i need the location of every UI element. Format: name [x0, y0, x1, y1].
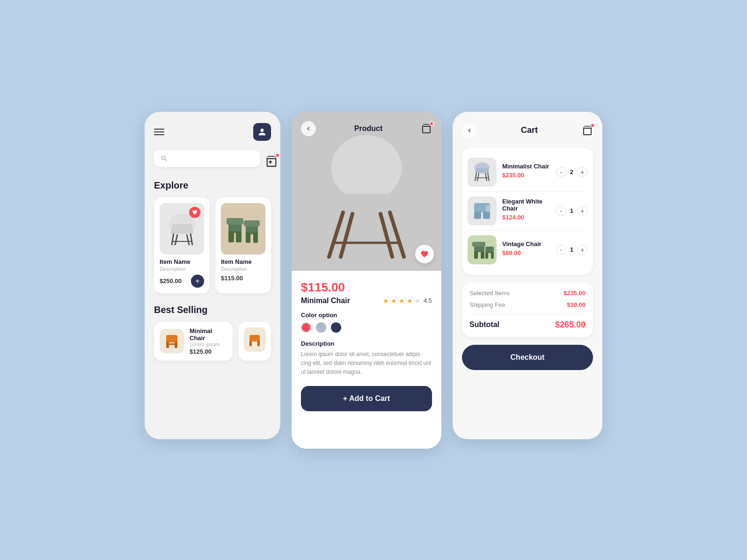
- svg-rect-18: [249, 335, 260, 342]
- qty-plus-3[interactable]: +: [577, 245, 587, 255]
- product-desc-2: Description: [221, 266, 265, 272]
- checkout-button[interactable]: Checkout: [462, 345, 593, 370]
- subtotal-value: $265.00: [555, 320, 586, 330]
- qty-minus-2[interactable]: -: [556, 206, 566, 216]
- cart-item-price-3: $89.00: [502, 249, 550, 256]
- qty-control-1: - 2 +: [556, 167, 587, 177]
- explore-screen: Search Explore: [145, 112, 280, 439]
- product-price-1: $250.00: [160, 277, 182, 284]
- product-footer-1: $250.00 +: [160, 275, 204, 288]
- selected-items-value: $235.00: [564, 290, 586, 297]
- cart-item-1: Minimalist Chair $235.00 - 2 +: [468, 153, 587, 192]
- subtotal-label: Subtotal: [469, 320, 499, 329]
- svg-rect-39: [481, 251, 484, 259]
- svg-line-28: [475, 173, 476, 181]
- product-card-2[interactable]: Item Name Description $115.00: [215, 197, 271, 293]
- qty-plus-2[interactable]: +: [577, 206, 587, 216]
- best-item-desc-1: Lorem ipsum: [190, 342, 227, 347]
- product-price-big: $115.00: [301, 280, 432, 295]
- star-3: ★: [399, 297, 405, 305]
- best-selling-row: Minimal Chair Lorem ipsum $125.00: [154, 322, 271, 361]
- best-selling-title: Best Selling: [154, 305, 271, 315]
- svg-rect-20: [257, 341, 260, 346]
- cart-icon-badge[interactable]: [265, 155, 278, 168]
- qty-plus-1[interactable]: +: [577, 167, 587, 177]
- search-input[interactable]: Search: [172, 155, 254, 162]
- avatar-button[interactable]: [253, 123, 271, 141]
- color-navy[interactable]: [331, 322, 341, 333]
- user-icon: [258, 128, 266, 136]
- cart-item-price-2: $124.00: [502, 214, 550, 221]
- star-2: ★: [391, 297, 397, 305]
- back-button[interactable]: [301, 121, 316, 136]
- svg-rect-17: [168, 343, 176, 345]
- stars-row: ★ ★ ★ ★ ★ 4.5: [383, 297, 432, 305]
- svg-rect-43: [491, 252, 494, 259]
- product-cart-badge[interactable]: [421, 123, 432, 134]
- cart-back-button[interactable]: [462, 123, 477, 138]
- product-name-big: Minimal Chair: [301, 297, 350, 305]
- product-nav: Product: [292, 121, 441, 136]
- elegant-chair-thumb: [470, 199, 494, 223]
- svg-rect-8: [236, 231, 242, 242]
- explore-header: [154, 123, 271, 141]
- cart-header-badge[interactable]: [582, 125, 593, 136]
- back-icon: [305, 125, 312, 132]
- product-card-img-1: [160, 203, 204, 255]
- order-summary: Selected Items $235.00 Shipping Fee $30.…: [462, 282, 593, 337]
- shipping-fee-value: $30.00: [567, 301, 586, 308]
- minimal-chair-icon: [162, 331, 181, 351]
- svg-line-2: [190, 233, 192, 245]
- product-price-2: $115.00: [221, 275, 243, 282]
- add-to-cart-button[interactable]: + Add to Cart: [301, 386, 432, 411]
- qty-minus-3[interactable]: -: [556, 245, 566, 255]
- best-item-partial[interactable]: [238, 322, 271, 361]
- cart-item-img-2: [468, 196, 497, 225]
- svg-rect-7: [228, 231, 234, 242]
- description-text: Lorem ipsum dolor sit amet, consectetuer…: [301, 350, 432, 377]
- svg-line-29: [488, 173, 489, 181]
- svg-rect-9: [227, 218, 243, 225]
- search-bar[interactable]: Search: [154, 150, 260, 167]
- star-1: ★: [383, 297, 389, 305]
- product-name-1: Item Name: [160, 258, 204, 265]
- best-item-img-1: [160, 329, 184, 353]
- qty-control-2: - 1 +: [556, 206, 587, 216]
- product-hero: Product: [292, 112, 441, 271]
- cart-item-img-3: [468, 235, 497, 264]
- svg-rect-13: [244, 220, 260, 226]
- svg-line-4: [187, 234, 189, 245]
- product-name-row: Minimal Chair ★ ★ ★ ★ ★ 4.5: [301, 297, 432, 305]
- cart-badge: [275, 153, 280, 158]
- partial-item-img: [244, 327, 265, 352]
- qty-num-1: 2: [570, 168, 573, 175]
- add-button-1[interactable]: +: [191, 275, 204, 288]
- vintage-chair-thumb: [470, 238, 494, 262]
- partial-chair-icon: [248, 332, 262, 347]
- cart-item-name-3: Vintage Chair: [502, 240, 550, 247]
- svg-rect-42: [485, 252, 488, 259]
- add-to-cart-label: + Add to Cart: [343, 394, 390, 403]
- star-5: ★: [415, 297, 421, 305]
- cart-item-info-2: Elegant White Chair $124.00: [502, 198, 550, 224]
- color-gray[interactable]: [316, 322, 326, 333]
- menu-icon[interactable]: [154, 129, 164, 135]
- cart-item-info-3: Vintage Chair $89.00: [502, 240, 550, 259]
- qty-minus-1[interactable]: -: [556, 167, 566, 177]
- svg-line-30: [477, 173, 479, 181]
- best-item-name-1: Minimal Chair: [190, 327, 227, 342]
- rating-num: 4.5: [424, 297, 432, 304]
- favorite-badge-1[interactable]: [189, 207, 200, 218]
- product-favorite-btn[interactable]: [415, 245, 434, 263]
- svg-rect-41: [485, 247, 494, 253]
- svg-rect-34: [474, 211, 481, 219]
- product-title: Product: [354, 124, 382, 133]
- chair-img-2: [225, 209, 262, 248]
- cart-item-img-1: [468, 158, 497, 187]
- cart-back-icon: [466, 127, 473, 134]
- selected-items-label: Selected Items: [469, 290, 510, 297]
- color-red[interactable]: [301, 322, 311, 333]
- best-item-1[interactable]: Minimal Chair Lorem ipsum $125.00: [154, 322, 233, 361]
- product-card-1[interactable]: Item Name Description $250.00 +: [154, 197, 210, 293]
- hero-chair-svg: [306, 131, 427, 271]
